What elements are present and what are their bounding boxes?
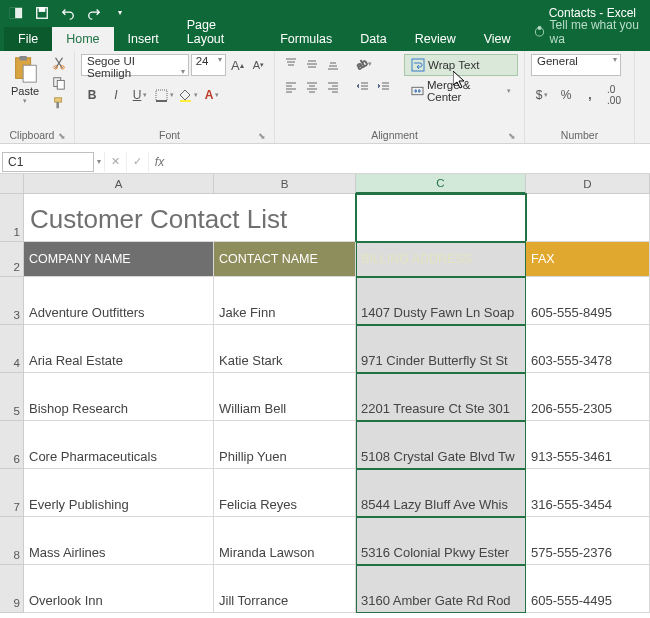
font-family-select[interactable]: Segoe UI Semiligh (81, 54, 189, 76)
decrease-indent-button[interactable] (353, 77, 373, 97)
save-icon[interactable] (32, 3, 52, 23)
cut-button[interactable] (50, 54, 68, 72)
cell-d7[interactable]: 316-555-3454 (526, 469, 650, 517)
select-all-corner[interactable] (0, 174, 24, 194)
border-button[interactable] (153, 84, 175, 106)
font-size-select[interactable]: 24 (191, 54, 226, 76)
tab-insert[interactable]: Insert (114, 27, 173, 51)
cell-c1[interactable] (356, 194, 526, 242)
format-painter-button[interactable] (50, 94, 68, 112)
align-center-button[interactable] (302, 77, 322, 97)
cell-b8[interactable]: Miranda Lawson (214, 517, 356, 565)
cell-b9[interactable]: Jill Torrance (214, 565, 356, 613)
cell-a9[interactable]: Overlook Inn (24, 565, 214, 613)
tab-data[interactable]: Data (346, 27, 400, 51)
name-box[interactable]: C1 (2, 152, 94, 172)
col-header-b[interactable]: B (214, 174, 356, 194)
increase-font-button[interactable]: A▴ (228, 55, 247, 75)
increase-indent-button[interactable] (374, 77, 394, 97)
clipboard-launcher-icon[interactable]: ⬊ (58, 131, 68, 142)
merge-center-button[interactable]: Merge & Center ▾ (404, 80, 518, 102)
cell-c5[interactable]: 2201 Treasure Ct Ste 301 (356, 373, 526, 421)
cell-c3[interactable]: 1407 Dusty Fawn Ln Soap (356, 277, 526, 325)
font-launcher-icon[interactable]: ⬊ (258, 131, 268, 142)
header-billing[interactable]: BILLING ADDRESS (356, 242, 526, 277)
cancel-formula-button[interactable]: ✕ (104, 152, 126, 172)
cell-a5[interactable]: Bishop Research (24, 373, 214, 421)
cell-b3[interactable]: Jake Finn (214, 277, 356, 325)
row-header-4[interactable]: 4 (0, 325, 24, 373)
font-color-button[interactable]: A (201, 84, 223, 106)
align-bottom-button[interactable] (323, 54, 343, 74)
cell-d9[interactable]: 605-555-4495 (526, 565, 650, 613)
cell-d5[interactable]: 206-555-2305 (526, 373, 650, 421)
undo-icon[interactable] (58, 3, 78, 23)
cell-a7[interactable]: Everly Publishing (24, 469, 214, 517)
increase-decimal-button[interactable]: .0.00 (603, 84, 625, 106)
cell-d1[interactable] (526, 194, 650, 242)
header-fax[interactable]: FAX (526, 242, 650, 277)
tab-home[interactable]: Home (52, 27, 113, 51)
cell-c7[interactable]: 8544 Lazy Bluff Ave Whis (356, 469, 526, 517)
align-middle-button[interactable] (302, 54, 322, 74)
number-format-select[interactable]: General (531, 54, 621, 76)
title-cell[interactable]: Customer Contact List (24, 194, 356, 242)
paste-button[interactable]: Paste ▾ (6, 54, 44, 105)
accounting-format-button[interactable]: $ (531, 84, 553, 106)
cell-a3[interactable]: Adventure Outfitters (24, 277, 214, 325)
alignment-launcher-icon[interactable]: ⬊ (508, 131, 518, 142)
decrease-font-button[interactable]: A▾ (249, 55, 268, 75)
row-header-1[interactable]: 1 (0, 194, 24, 242)
row-header-6[interactable]: 6 (0, 421, 24, 469)
row-header-9[interactable]: 9 (0, 565, 24, 613)
tab-formulas[interactable]: Formulas (266, 27, 346, 51)
comma-format-button[interactable]: , (579, 84, 601, 106)
cell-b4[interactable]: Katie Stark (214, 325, 356, 373)
cell-d4[interactable]: 603-555-3478 (526, 325, 650, 373)
cell-c9[interactable]: 3160 Amber Gate Rd Rod (356, 565, 526, 613)
row-header-2[interactable]: 2 (0, 242, 24, 277)
orientation-button[interactable]: ab▾ (353, 54, 373, 74)
redo-icon[interactable] (84, 3, 104, 23)
cell-a4[interactable]: Aria Real Estate (24, 325, 214, 373)
enter-formula-button[interactable]: ✓ (126, 152, 148, 172)
cell-b7[interactable]: Felicia Reyes (214, 469, 356, 517)
insert-function-button[interactable]: fx (148, 152, 170, 172)
col-header-c[interactable]: C (356, 174, 526, 194)
cell-a8[interactable]: Mass Airlines (24, 517, 214, 565)
italic-button[interactable]: I (105, 84, 127, 106)
cell-c8[interactable]: 5316 Colonial Pkwy Ester (356, 517, 526, 565)
percent-format-button[interactable]: % (555, 84, 577, 106)
excel-icon[interactable] (6, 3, 26, 23)
cell-d3[interactable]: 605-555-8495 (526, 277, 650, 325)
col-header-a[interactable]: A (24, 174, 214, 194)
tell-me[interactable]: Tell me what you wa (533, 18, 650, 51)
cell-d8[interactable]: 575-555-2376 (526, 517, 650, 565)
tab-review[interactable]: Review (401, 27, 470, 51)
underline-button[interactable]: U (129, 84, 151, 106)
row-header-3[interactable]: 3 (0, 277, 24, 325)
tab-view[interactable]: View (470, 27, 525, 51)
tab-file[interactable]: File (4, 27, 52, 51)
cell-b5[interactable]: William Bell (214, 373, 356, 421)
tab-page-layout[interactable]: Page Layout (173, 13, 266, 51)
wrap-text-button[interactable]: Wrap Text (404, 54, 518, 76)
header-company[interactable]: COMPANY NAME (24, 242, 214, 277)
row-header-7[interactable]: 7 (0, 469, 24, 517)
cell-c4[interactable]: 971 Cinder Butterfly St St (356, 325, 526, 373)
align-top-button[interactable] (281, 54, 301, 74)
formula-input[interactable] (170, 152, 650, 172)
cell-d6[interactable]: 913-555-3461 (526, 421, 650, 469)
cell-b6[interactable]: Phillip Yuen (214, 421, 356, 469)
copy-button[interactable] (50, 74, 68, 92)
row-header-5[interactable]: 5 (0, 373, 24, 421)
cell-a6[interactable]: Core Pharmaceuticals (24, 421, 214, 469)
cell-c6[interactable]: 5108 Crystal Gate Blvd Tw (356, 421, 526, 469)
qat-customize-icon[interactable]: ▾ (110, 3, 130, 23)
row-header-8[interactable]: 8 (0, 517, 24, 565)
col-header-d[interactable]: D (526, 174, 650, 194)
align-left-button[interactable] (281, 77, 301, 97)
bold-button[interactable]: B (81, 84, 103, 106)
align-right-button[interactable] (323, 77, 343, 97)
header-contact[interactable]: CONTACT NAME (214, 242, 356, 277)
